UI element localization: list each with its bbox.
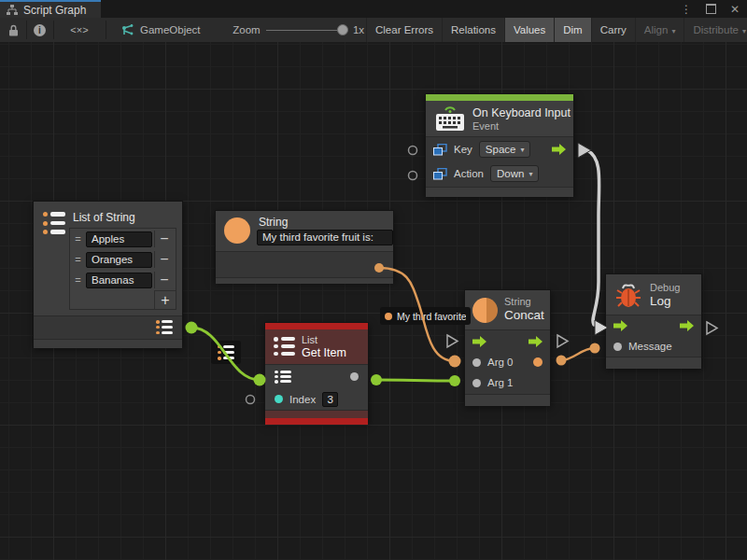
- wire-list-to-getitem[interactable]: [191, 328, 260, 380]
- flow-wire-start-arrow[interactable]: [578, 143, 591, 158]
- flow-port-concat-in-unconnected[interactable]: [447, 335, 458, 347]
- port-getitem-list-input[interactable]: [254, 374, 266, 386]
- port-action-input-unconnected[interactable]: [409, 172, 417, 180]
- port-key-input-unconnected[interactable]: [409, 147, 417, 155]
- flow-port-log-out-unconnected[interactable]: [707, 322, 717, 334]
- port-string-output[interactable]: [374, 263, 384, 273]
- wire-flow-keyboard-to-log[interactable]: [587, 150, 599, 325]
- flow-wire-end-arrow[interactable]: [595, 320, 608, 335]
- port-log-message[interactable]: [590, 343, 600, 354]
- unity-visual-scripting-window: Script Graph ⋮ ✕ i <×>: [0, 0, 747, 560]
- flow-port-concat-out-unconnected[interactable]: [557, 335, 568, 347]
- port-list-output[interactable]: [186, 322, 198, 334]
- wire-string-to-arg0[interactable]: [379, 268, 455, 361]
- wire-getitem-to-arg1[interactable]: [376, 380, 455, 381]
- port-concat-result[interactable]: [557, 356, 567, 366]
- wire-concat-to-message[interactable]: [561, 348, 594, 360]
- port-getitem-output[interactable]: [371, 374, 382, 385]
- port-concat-arg0[interactable]: [449, 356, 461, 368]
- port-index-input-unconnected[interactable]: [247, 396, 255, 404]
- port-concat-arg1[interactable]: [449, 375, 460, 386]
